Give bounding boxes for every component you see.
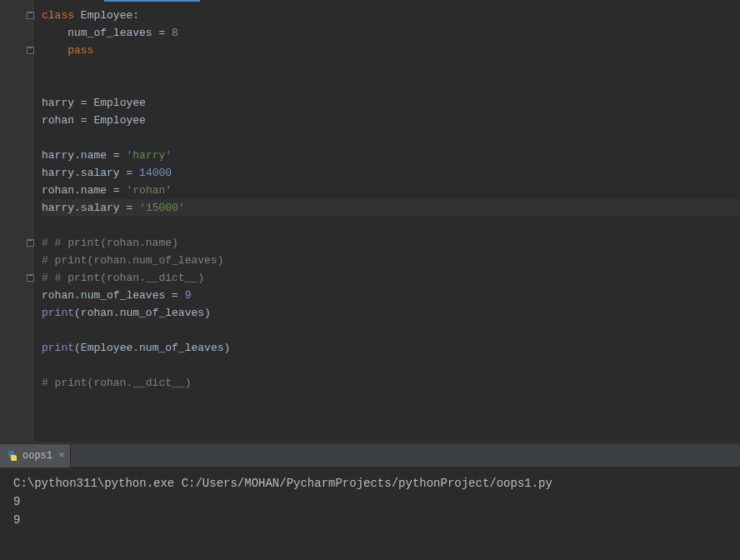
token-punct — [42, 44, 68, 57]
token-str: 'harry' — [126, 149, 172, 162]
token-op: = — [172, 289, 178, 302]
code-line[interactable]: rohan.name = 'rohan' — [42, 182, 740, 199]
token-num: 14000 — [139, 167, 172, 179]
token-punct: : — [132, 9, 139, 22]
code-line[interactable]: harry.name = 'harry' — [42, 147, 740, 164]
token-id: rohan — [81, 307, 113, 319]
editor-gutter[interactable] — [0, 0, 33, 442]
code-line[interactable]: print(rohan.num_of_leaves) — [42, 304, 740, 322]
code-line[interactable]: # print(rohan.__dict__) — [42, 374, 740, 392]
token-op: = — [81, 97, 88, 109]
token-op: = — [113, 149, 120, 162]
code-line[interactable]: harry.salary = 14000 — [42, 164, 740, 182]
token-id: rohan — [42, 114, 74, 127]
token-id: name — [81, 149, 107, 162]
token-kw: pass — [68, 44, 93, 57]
token-punct — [107, 149, 113, 162]
code-line[interactable]: num_of_leaves = 8 — [42, 24, 740, 42]
python-file-icon — [7, 450, 18, 462]
token-id: Employee — [93, 114, 145, 127]
token-punct — [165, 289, 172, 302]
token-id: harry — [42, 202, 74, 214]
code-line[interactable]: print(Employee.num_of_leaves) — [42, 339, 740, 357]
run-tab-label: oops1 — [22, 450, 52, 462]
token-num: 9 — [185, 289, 192, 302]
code-content[interactable]: class Employee: num_of_leaves = 8 passha… — [33, 0, 740, 442]
token-punct — [74, 97, 81, 109]
code-line[interactable]: # print(rohan.num_of_leaves) — [42, 252, 740, 269]
token-id: harry — [42, 97, 74, 109]
token-punct: . — [74, 167, 81, 179]
code-line[interactable]: class Employee: — [42, 7, 740, 24]
code-line[interactable]: rohan.num_of_leaves = 9 — [42, 287, 740, 304]
token-id: num_of_leaves — [81, 289, 165, 302]
code-line[interactable] — [42, 322, 740, 339]
fold-marker-icon[interactable] — [27, 12, 34, 19]
token-punct — [74, 114, 81, 127]
token-punct: ) — [223, 342, 230, 354]
token-punct: . — [74, 202, 81, 214]
token-punct: . — [113, 307, 120, 319]
token-op: = — [81, 114, 88, 127]
token-str: '15000' — [139, 202, 185, 214]
code-line[interactable]: harry = Employee — [42, 94, 740, 112]
code-line[interactable] — [42, 392, 740, 409]
token-punct — [178, 289, 185, 302]
token-comment: # print(rohan.num_of_leaves) — [42, 254, 223, 267]
code-editor[interactable]: class Employee: num_of_leaves = 8 passha… — [0, 0, 740, 442]
code-line[interactable]: # # print(rohan.__dict__) — [42, 269, 740, 287]
token-punct: . — [74, 184, 81, 197]
token-id: rohan — [42, 184, 74, 197]
token-id: salary — [81, 202, 120, 214]
token-id: harry — [42, 149, 74, 162]
token-comment: # # print(rohan.name) — [42, 237, 178, 249]
token-id: Employee — [81, 9, 132, 22]
code-line[interactable] — [42, 357, 740, 374]
token-id: harry — [42, 167, 74, 179]
code-line[interactable]: rohan = Employee — [42, 112, 740, 129]
code-line[interactable]: # # print(rohan.name) — [42, 234, 740, 252]
token-punct — [74, 9, 81, 22]
code-line[interactable]: pass — [42, 42, 740, 59]
token-builtin: print — [42, 342, 74, 354]
token-id: salary — [81, 167, 120, 179]
token-id: num_of_leaves — [139, 342, 223, 354]
code-line[interactable] — [42, 59, 740, 77]
fold-marker-icon[interactable] — [27, 47, 34, 54]
fold-marker-icon[interactable] — [27, 239, 34, 247]
code-line[interactable] — [42, 129, 740, 147]
fold-marker-icon[interactable] — [27, 274, 34, 282]
token-id: num_of_leaves — [120, 307, 204, 319]
token-num: 8 — [172, 27, 178, 39]
token-punct: . — [74, 289, 81, 302]
token-id: name — [81, 184, 107, 197]
token-punct: ( — [74, 342, 81, 354]
token-punct — [165, 27, 172, 39]
token-punct — [132, 202, 139, 214]
token-punct: . — [74, 149, 81, 162]
token-id: rohan — [42, 289, 74, 302]
token-builtin: print — [42, 307, 74, 319]
code-line[interactable] — [42, 77, 740, 94]
token-kw: class — [42, 9, 74, 22]
token-id: num_of_leaves — [68, 27, 152, 39]
run-tab-oops1[interactable]: oops1 × — [0, 444, 71, 468]
token-punct: ( — [74, 307, 81, 319]
close-icon[interactable]: × — [58, 449, 65, 462]
token-comment: # # print(rohan.__dict__) — [42, 272, 204, 284]
token-id: Employee — [93, 97, 145, 109]
token-comment: # print(rohan.__dict__) — [42, 377, 191, 389]
run-tool-window: oops1 × C:\python311\python.exe C:/Users… — [0, 444, 740, 560]
code-line[interactable]: harry.salary = '15000' — [42, 199, 740, 217]
token-punct — [132, 167, 139, 179]
token-punct: ) — [204, 307, 211, 319]
token-punct — [107, 184, 113, 197]
token-punct — [42, 27, 68, 39]
token-op: = — [113, 184, 120, 197]
token-punct: . — [132, 342, 139, 354]
run-tabs-bar: oops1 × — [0, 444, 740, 468]
console-output[interactable]: C:\python311\python.exe C:/Users/MOHAN/P… — [0, 468, 740, 560]
token-str: 'rohan' — [126, 184, 172, 197]
token-id: Employee — [81, 342, 132, 354]
code-line[interactable] — [42, 217, 740, 234]
